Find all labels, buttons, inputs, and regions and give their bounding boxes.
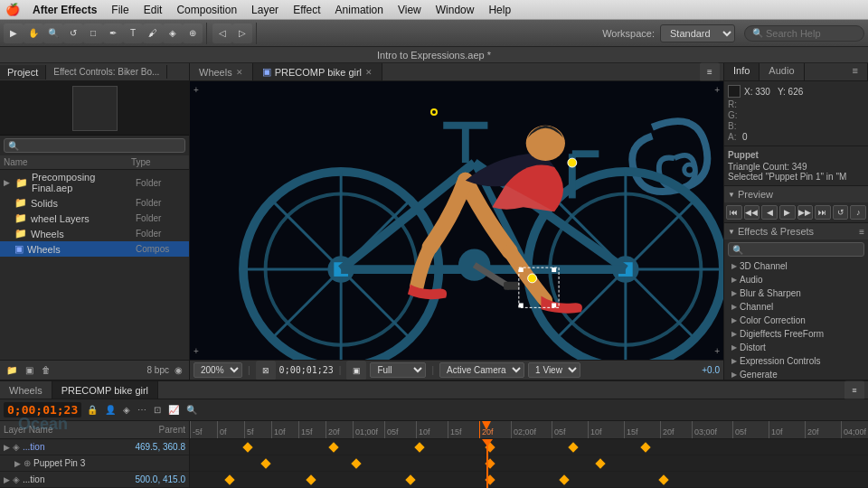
right-panel-menu[interactable]: ≡ bbox=[844, 63, 868, 80]
preview-audio[interactable]: ♪ bbox=[850, 205, 866, 220]
timeline-ruler[interactable]: -5f 0f 5f 10f 15f 20f bbox=[190, 421, 868, 439]
menu-view[interactable]: View bbox=[392, 2, 427, 18]
list-item[interactable]: ▣ Wheels Compos bbox=[0, 241, 189, 257]
new-comp-btn[interactable]: ▣ bbox=[23, 364, 36, 376]
tab-info[interactable]: Info bbox=[724, 63, 760, 80]
keyframe[interactable] bbox=[306, 474, 316, 484]
layer-expand[interactable]: ▶ bbox=[4, 475, 10, 484]
keyframes-area[interactable] bbox=[190, 439, 868, 488]
keyframe[interactable] bbox=[351, 458, 361, 468]
search-bar[interactable]: 🔍 bbox=[744, 25, 864, 42]
delete-btn[interactable]: 🗑 bbox=[39, 364, 53, 376]
menu-animation[interactable]: Animation bbox=[330, 2, 389, 18]
preview-loop[interactable]: ↺ bbox=[833, 205, 849, 220]
effects-menu-btn[interactable]: ≡ bbox=[859, 227, 864, 237]
menu-edit[interactable]: Edit bbox=[138, 2, 168, 18]
menu-file[interactable]: File bbox=[106, 2, 134, 18]
keyframe[interactable] bbox=[595, 458, 605, 468]
camera-select[interactable]: Active Camera bbox=[439, 362, 524, 378]
tl-frame-blend[interactable]: ⊡ bbox=[152, 403, 163, 417]
keyframe[interactable] bbox=[658, 474, 668, 484]
tab-effect-controls[interactable]: Effect Controls: Biker Bo... bbox=[46, 65, 167, 79]
effect-digieffects[interactable]: ▶ Digieffects FreeForm bbox=[724, 327, 868, 341]
effect-generate[interactable]: ▶ Generate bbox=[724, 368, 868, 380]
layer-row[interactable]: ▶ ◈ ...tion 469.5, 360.8 bbox=[0, 439, 189, 455]
preview-prev-frame[interactable]: ◀◀ bbox=[744, 205, 760, 220]
effects-search[interactable]: 🔍 bbox=[728, 242, 864, 257]
list-item[interactable]: ▶ 📁 Precomposing Final.aep Folder bbox=[0, 170, 189, 195]
tool-pen[interactable]: ✒ bbox=[103, 23, 123, 43]
new-folder-btn[interactable]: 📁 bbox=[4, 364, 20, 376]
effect-expression[interactable]: ▶ Expression Controls bbox=[724, 354, 868, 368]
effect-3d-channel[interactable]: ▶ 3D Channel bbox=[724, 259, 868, 273]
zoom-select[interactable]: 200% 100% 50% bbox=[193, 362, 242, 378]
timeline-menu-btn[interactable]: ≡ bbox=[844, 380, 864, 400]
tool-extra2[interactable]: ▷ bbox=[232, 23, 252, 43]
tool-zoom[interactable]: 🔍 bbox=[43, 23, 63, 43]
menu-help[interactable]: Help bbox=[483, 2, 516, 18]
tool-rect[interactable]: □ bbox=[83, 23, 103, 43]
project-search-input[interactable] bbox=[22, 140, 139, 151]
keyframe[interactable] bbox=[568, 442, 578, 452]
layer-row[interactable]: ▶ ◈ ...tion 500.0, 415.0 bbox=[0, 472, 189, 488]
tool-puppet[interactable]: ⊕ bbox=[183, 23, 203, 43]
keyframe[interactable] bbox=[242, 442, 252, 452]
color-mgmt-btn[interactable]: ◉ bbox=[172, 364, 185, 376]
menu-layer[interactable]: Layer bbox=[246, 2, 284, 18]
tool-brush[interactable]: 🖌 bbox=[143, 23, 163, 43]
tl-icon-lock[interactable]: 🔒 bbox=[85, 403, 99, 417]
tl-icon-draft[interactable]: ◈ bbox=[121, 403, 132, 417]
tab-project[interactable]: Project bbox=[0, 65, 46, 80]
tl-graph-editor[interactable]: 📈 bbox=[166, 403, 181, 417]
preview-first[interactable]: ⏮ bbox=[726, 205, 742, 220]
preview-back[interactable]: ◀ bbox=[761, 205, 778, 220]
layer-expand[interactable]: ▶ bbox=[4, 443, 10, 452]
tl-search[interactable]: 🔍 bbox=[184, 403, 199, 417]
search-input[interactable] bbox=[766, 28, 856, 39]
preview-play[interactable]: ▶ bbox=[779, 205, 796, 220]
timeline-timecode[interactable]: 0;00;01;23 bbox=[4, 402, 81, 418]
effect-color-correction[interactable]: ▶ Color Correction bbox=[724, 314, 868, 327]
menu-composition[interactable]: Composition bbox=[171, 2, 242, 18]
list-item[interactable]: 📁 Solids Folder bbox=[0, 195, 189, 211]
tool-rotate[interactable]: ↺ bbox=[63, 23, 83, 43]
apple-menu[interactable]: 🍎 bbox=[5, 3, 20, 16]
tool-select[interactable]: ▶ bbox=[4, 23, 24, 43]
effects-search-input[interactable] bbox=[745, 244, 860, 255]
tl-icon-shy[interactable]: 👤 bbox=[103, 403, 118, 417]
list-item[interactable]: 📁 wheel Layers Folder bbox=[0, 211, 189, 226]
effect-channel[interactable]: ▶ Channel bbox=[724, 300, 868, 314]
timeline-tab-wheels[interactable]: Wheels bbox=[0, 381, 52, 399]
keyframe[interactable] bbox=[640, 442, 650, 452]
comp-options-btn[interactable]: ≡ bbox=[700, 62, 720, 82]
timeline-tab-precomp[interactable]: PRECOMP bike girl bbox=[52, 381, 158, 399]
tool-stamp[interactable]: ◈ bbox=[163, 23, 183, 43]
keyframe[interactable] bbox=[405, 474, 415, 484]
menu-effect[interactable]: Effect bbox=[288, 2, 326, 18]
view-select[interactable]: 1 View bbox=[528, 362, 580, 378]
effect-audio[interactable]: ▶ Audio bbox=[724, 273, 868, 286]
tool-text[interactable]: T bbox=[123, 23, 143, 43]
tool-hand[interactable]: ✋ bbox=[24, 23, 43, 43]
layer-expand[interactable]: ▶ bbox=[14, 459, 21, 468]
tab-wheels[interactable]: Wheels ✕ bbox=[190, 63, 253, 80]
workspace-dropdown[interactable]: Standard All Panels Minimal bbox=[660, 24, 735, 42]
tab-precomp-bike[interactable]: ▣ PRECOMP bike girl ✕ bbox=[253, 63, 382, 80]
effect-blur-sharpen[interactable]: ▶ Blur & Sharpen bbox=[724, 286, 868, 300]
keyframe[interactable] bbox=[559, 474, 569, 484]
preview-header[interactable]: ▼ Preview bbox=[724, 186, 868, 202]
effect-distort[interactable]: ▶ Distort bbox=[724, 341, 868, 354]
comp-resize-btn[interactable]: ⊠ bbox=[256, 361, 276, 380]
close-precomp-tab[interactable]: ✕ bbox=[365, 68, 373, 77]
effects-header[interactable]: ▼ Effects & Presets ≡ bbox=[724, 223, 868, 239]
tool-extra1[interactable]: ◁ bbox=[212, 23, 232, 43]
keyframe[interactable] bbox=[224, 474, 234, 484]
keyframe[interactable] bbox=[414, 442, 424, 452]
preview-last[interactable]: ⏭ bbox=[815, 205, 831, 220]
list-item[interactable]: 📁 Wheels Folder bbox=[0, 226, 189, 241]
close-wheels-tab[interactable]: ✕ bbox=[236, 68, 243, 77]
project-search[interactable]: 🔍 bbox=[4, 138, 185, 153]
keyframe[interactable] bbox=[260, 458, 270, 468]
quality-select[interactable]: Full Half Quarter bbox=[370, 362, 426, 378]
comp-render-btn[interactable]: ▣ bbox=[346, 361, 366, 380]
